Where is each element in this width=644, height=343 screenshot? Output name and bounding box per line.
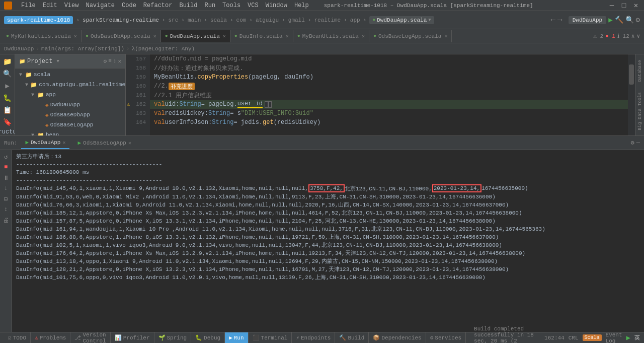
tab-close-odsbaselogapp[interactable]: ✕ [444, 33, 447, 39]
code-content[interactable]: //dduInfo.mid = pageLog.mid //好办法：通过对象拷贝… [150, 54, 628, 135]
step-button[interactable]: ↓ [2, 184, 11, 193]
breadcrumb-main[interactable]: main(args: Array[String]) [41, 46, 124, 52]
run-config-selector[interactable]: DwdDauApp [569, 16, 606, 24]
build-label: Build [348, 335, 364, 341]
menu-item-file[interactable]: File [21, 2, 36, 9]
type-string-163: String [208, 110, 230, 117]
tree-label-dwddauapp: DwdDauApp [50, 102, 80, 108]
tab-more-button[interactable]: ∧ [631, 33, 635, 39]
menu-item-run[interactable]: Run [204, 2, 215, 9]
menu-item-code[interactable]: Code [122, 2, 136, 9]
code-159-fn: copyProperties [197, 74, 248, 81]
tab-close-dwddauapp[interactable]: ✕ [223, 33, 226, 39]
status-tab-profiler[interactable]: 📊 Profiler [111, 332, 154, 344]
tab-mybeanutils[interactable]: ● MyBeanUtils.scala ✕ [293, 30, 369, 42]
menu-item-window[interactable]: Window [266, 2, 287, 9]
run-tab-odsbaselogapp[interactable]: ▶ OdsBaseLogApp ✕ [73, 137, 135, 149]
tree-item-bean[interactable]: ▼ 📁 bean [15, 130, 125, 135]
run-tab-dwddauapp[interactable]: ▶ DwdDauApp ✕ [21, 137, 69, 149]
menu-item-view[interactable]: View [64, 2, 79, 9]
print-button[interactable]: 🖨 [2, 216, 11, 225]
menu-item-refactor[interactable]: Refactor [143, 2, 173, 9]
run-panel: Run: ▶ DwdDauApp ✕ ▶ OdsBaseLogApp ✕ ⚙ ─… [0, 135, 644, 332]
status-tab-services[interactable]: ⚙ Services [426, 332, 466, 344]
run-icon[interactable]: ▶ [1, 81, 15, 92]
menu-item-build[interactable]: Build [179, 2, 197, 9]
project-collapse-button[interactable]: ≡ [108, 58, 112, 64]
status-tab-todo[interactable]: ☑ TODO [4, 332, 31, 344]
tree-item-dwddauapp[interactable]: ◈ DwdDauApp [15, 100, 125, 110]
status-tab-vcs[interactable]: ⎇ Version Control [70, 332, 110, 344]
todo-icon[interactable]: 📋 [1, 104, 15, 115]
project-icon[interactable]: 📁 [1, 56, 15, 67]
status-tab-terminal[interactable]: ⬛ Terminal [249, 332, 292, 344]
close-button[interactable]: ✕ [632, 2, 640, 10]
tab-odsbasedbapp[interactable]: ● OdsBaseDbApp.scala ✕ [82, 30, 161, 42]
status-tab-problems[interactable]: ⚠ Problems [31, 332, 70, 344]
breadcrumb-lambda[interactable]: λ(pageLogIter: Any) [132, 46, 195, 52]
debug-icon[interactable]: 🐛 [1, 92, 15, 103]
tab-close-mybeanutils[interactable]: ✕ [362, 33, 365, 39]
tab-odsbaselogapp[interactable]: ● OdsBaseLogApp.scala ✕ [369, 30, 452, 42]
run-tab-close-dwddau[interactable]: ✕ [62, 140, 65, 146]
settings-button[interactable]: ⚙ [636, 16, 640, 24]
menu-item-help[interactable]: Help [294, 2, 309, 9]
project-selector[interactable]: spark-realtime-1018 [4, 16, 73, 24]
build-button[interactable]: 🔨 [615, 16, 623, 24]
file-selector[interactable]: ● DwdDauApp.scala ▼ [369, 16, 434, 24]
run-panel-settings-button[interactable]: ⚙ [631, 139, 634, 147]
tab-close-dauinfo[interactable]: ✕ [286, 33, 289, 39]
menu-item-tools[interactable]: Tools [222, 2, 240, 9]
tab-dauinfo[interactable]: ● DauInfo.scala ✕ [230, 30, 293, 42]
menu-item-edit[interactable]: Edit [43, 2, 57, 9]
tree-item-odsbasedbapp[interactable]: ◈ OdsBaseDbApp [15, 110, 125, 120]
tab-close-mykafkautils[interactable]: ✕ [74, 33, 77, 39]
pause-button[interactable]: ⏸ [2, 173, 11, 182]
tree-item-com[interactable]: ▼ 📁 com.atguigu.gmall.realtime [15, 80, 125, 90]
status-tab-endpoints[interactable]: ⚡ Endpoints [292, 332, 335, 344]
database-label[interactable]: Database [636, 58, 643, 84]
tab-down-button[interactable]: ∨ [636, 33, 640, 39]
menu-item-navigate[interactable]: Navigate [86, 2, 115, 9]
status-tab-build[interactable]: 🔨 Build [335, 332, 369, 344]
event-log-label[interactable]: Event Log [606, 332, 622, 344]
tab-close-odsbasedbapp[interactable]: ✕ [153, 33, 156, 39]
bookmarks-icon[interactable]: 🔖 [1, 116, 15, 127]
project-close-button[interactable]: ✕ [118, 58, 121, 64]
tree-item-app[interactable]: ▼ 📁 app [15, 90, 125, 100]
module-selector[interactable]: sparkStreaming-realtime [83, 17, 159, 23]
breadcrumb-dwddauapp[interactable]: DwdDauApp [4, 46, 34, 52]
status-tab-dependencies[interactable]: 📦 Dependencies [369, 332, 426, 344]
project-settings-button[interactable]: ⚙ [104, 58, 107, 64]
project-sort-button[interactable]: ↕ [113, 58, 117, 64]
menu-item-vcs[interactable]: VCS [248, 2, 259, 9]
maximize-button[interactable]: □ [620, 2, 628, 10]
stop-button[interactable]: ■ [2, 163, 11, 172]
bigdata-label[interactable]: Big Data Tools [636, 90, 643, 132]
tab-dwddauapp[interactable]: ● DwdDauApp.scala ✕ [161, 30, 230, 42]
tab-mykafkautils[interactable]: ● MyKafkaUtils.scala ✕ [2, 30, 82, 42]
nav-forward-button[interactable]: → [557, 16, 562, 25]
minimize-button[interactable]: ─ [608, 2, 616, 10]
status-right: 162:44 CRL Scala Event Log ▶ 英 [544, 332, 640, 344]
deps-icon: 📦 [373, 334, 380, 341]
run-panel-minimize-button[interactable]: ─ [636, 140, 640, 147]
run-tab-close-odsbaselog[interactable]: ✕ [128, 140, 131, 146]
filter-button[interactable]: ⊟ [2, 194, 11, 203]
tree-item-odsbaselogapp[interactable]: ◈ OdsBaseLogApp [15, 120, 125, 130]
tree-item-scala[interactable]: ▼ 📁 scala [15, 70, 125, 80]
find-icon[interactable]: 🔍 [1, 68, 15, 80]
search-button[interactable]: 🔍 [625, 16, 634, 24]
status-tab-spring[interactable]: 🌱 Spring [154, 332, 192, 344]
rerun-button[interactable]: ↺ [2, 152, 11, 161]
nav-back-button[interactable]: ← [550, 16, 555, 25]
endpoints-icon: ⚡ [296, 334, 299, 341]
status-tab-debug[interactable]: 🐛 Debug [191, 332, 225, 344]
editor-scrollbar[interactable] [628, 54, 635, 135]
run-output[interactable]: 第三方申请后：13 ------------------------------… [12, 150, 644, 332]
scrollbar-thumb[interactable] [629, 64, 634, 85]
sep7: › [282, 17, 285, 23]
run-button[interactable]: ▶ [608, 16, 612, 24]
status-tab-run[interactable]: ▶ Run [225, 332, 248, 344]
scroll-button[interactable]: ↕ [2, 205, 11, 214]
